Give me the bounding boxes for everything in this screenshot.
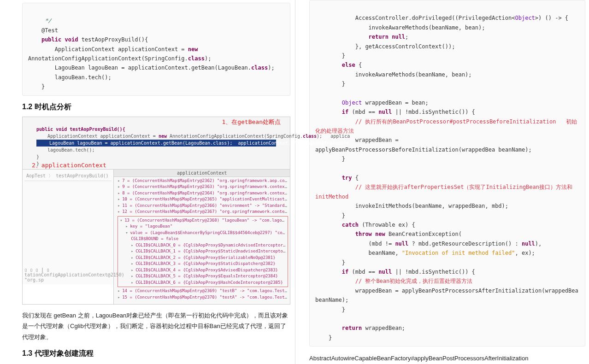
code-line: } bbox=[28, 83, 45, 90]
ann2-l1: 2、applicationContext bbox=[32, 161, 106, 170]
paragraph: 我们发现在 getBean 之前，LagouBean对象已经产生（即在第一行初始… bbox=[22, 310, 290, 342]
code-line: Object wrappedBean = bean; bbox=[315, 100, 429, 106]
code-line: // 这里就开始执行afterPropertiesSet（实现了Initiali… bbox=[315, 184, 572, 200]
debugger-screenshot: 1、在getBean处断点 public void testAopProxyBu… bbox=[22, 117, 290, 305]
heading-1-2: 1.2 时机点分析 bbox=[22, 102, 290, 112]
code-line: } bbox=[315, 53, 345, 59]
heading-1-3: 1.3 代理对象创建流程 bbox=[22, 349, 290, 358]
code-line: } bbox=[315, 81, 345, 87]
dbg-line: ApplicationContext applicationContext = … bbox=[36, 134, 350, 139]
code-block-test: */ @Test public void testAopProxyBuild()… bbox=[22, 3, 290, 96]
debugger-toolbar-icons: ▯ ▯ ▯ | ▯ bbox=[24, 267, 49, 272]
code-line bbox=[315, 165, 318, 172]
debugger-frames-pane: AopTest 〉 testAopProxyBuild() ▯ ▯ ▯ | ▯ … bbox=[23, 169, 113, 284]
dbg-line-highlight: LagouBean lagouBean = applicationContext… bbox=[36, 140, 276, 147]
code-line: catch (Throwable ex) { bbox=[315, 222, 415, 228]
code-line: (mbd != null ? mbd.getResourceDescriptio… bbox=[315, 241, 542, 247]
code-line: invokeAwareMethods(beanName, bean); bbox=[315, 71, 472, 78]
code-line bbox=[315, 90, 318, 97]
code-line: if (mbd == null || !mbd.isSynthetic()) { bbox=[315, 269, 475, 275]
var-row: ▸9 = (ConcurrentHashMap$MapEntry@2363) "… bbox=[118, 184, 288, 190]
code-line: // 整个Bean初始化完成，执行后置处理器方法 bbox=[315, 278, 472, 284]
code-line: } bbox=[315, 156, 345, 162]
code-line: } bbox=[315, 259, 345, 266]
dbg-bottom-text: tationConfigApplicationContext@2150) "or… bbox=[24, 272, 124, 282]
code-line: return wrappedBean; bbox=[315, 325, 405, 331]
dbg-line: public void testAopProxyBuild(){ bbox=[36, 127, 125, 132]
code-line: @Test bbox=[28, 27, 58, 34]
code-line: LagouBean lagouBean = applicationContext… bbox=[28, 65, 275, 71]
code-line: return null; bbox=[315, 34, 408, 40]
dbg-line: } bbox=[36, 154, 39, 159]
var-row: ▸7 = (ConcurrentHashMap$MapEntry@2362) "… bbox=[118, 178, 288, 184]
var-row: ▸15 = (ConcurrentHashMap$MapEntry@2370) … bbox=[118, 294, 288, 301]
code-line: }, getAccessControlContext()); bbox=[315, 43, 455, 50]
code-line: // 执行所有的BeanPostProcessor#postProcessBef… bbox=[315, 118, 577, 134]
annotation-1: 1、在getBean处断点 bbox=[222, 118, 281, 126]
code-line: invokeInitMethods(beanName, wrappedBean,… bbox=[315, 203, 508, 209]
code-line bbox=[315, 316, 318, 322]
dbg-line: lagouBean.tech(); bbox=[36, 147, 94, 153]
code-line: beanName, "Invocation of init method fai… bbox=[315, 250, 535, 256]
debugger-tab: applicationContext bbox=[114, 170, 290, 177]
code-line: invokeAwareMethods(beanName, bean); bbox=[315, 24, 485, 31]
code-line: ApplicationContext applicationContext = … bbox=[28, 46, 211, 62]
code-line: } bbox=[315, 335, 332, 341]
code-line: */ bbox=[28, 18, 52, 24]
code-line: if (mbd == null || !mbd.isSynthetic()) { bbox=[315, 109, 475, 115]
code-line: public void testAopProxyBuild(){ bbox=[28, 36, 148, 43]
var-row: ▸12 = (ConcurrentHashMap$MapEntry@2367) … bbox=[118, 209, 288, 215]
code-line: lagouBean.tech(); bbox=[28, 74, 112, 81]
var-row: ▸8 = (ConcurrentHashMap$MapEntry@2364) "… bbox=[118, 190, 288, 197]
paragraph-method-2: AbstractAutowireCapableBeanFactory#apply… bbox=[309, 353, 585, 364]
var-row: ▸10 = (ConcurrentHashMap$MapEntry@2365) … bbox=[118, 196, 288, 203]
code-line: } bbox=[315, 306, 345, 313]
code-line: } bbox=[315, 212, 345, 219]
breadcrumb: AopTest 〉 testAopProxyBuild() bbox=[24, 171, 112, 181]
code-line: throw new BeanCreationException( bbox=[315, 231, 462, 237]
code-block-initialize-bean: AccessController.doPrivileged((Privilege… bbox=[309, 0, 585, 346]
code-line: try { bbox=[315, 175, 359, 181]
code-line: else { bbox=[315, 62, 362, 68]
var-row: ▸11 = (ConcurrentHashMap$MapEntry@2366) … bbox=[118, 203, 288, 209]
debugger-vars-pane: applicationContext ▸7 = (ConcurrentHashM… bbox=[113, 169, 290, 305]
code-line: AccessController.doPrivileged((Privilege… bbox=[315, 15, 568, 21]
var-row: ▸14 = (ConcurrentHashMap$MapEntry@2369) … bbox=[118, 288, 288, 294]
var-row-highlighted: ▾13 = (ConcurrentHashMap$MapEntry@2368) … bbox=[118, 216, 288, 288]
code-line: wrappedBean = applyBeanPostProcessorsAft… bbox=[315, 288, 582, 303]
